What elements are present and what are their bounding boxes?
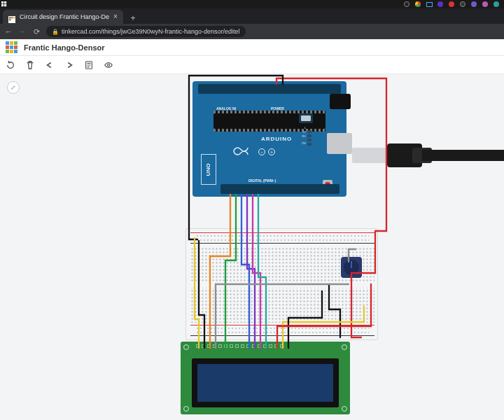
arduino-model-box: UNO xyxy=(201,154,216,185)
circuit-canvas[interactable]: ⤢ ANALOG IN POWER TX RX ON L ARDUINO UNO… xyxy=(0,74,504,420)
project-name[interactable]: Frantic Hango-Densor xyxy=(24,43,105,52)
tray-icon-unreal[interactable] xyxy=(403,1,410,8)
label-tx: TX xyxy=(302,130,306,134)
potentiometer-knob[interactable] xyxy=(344,260,359,275)
lock-icon: 🔒 xyxy=(52,29,59,35)
redo-icon[interactable] xyxy=(64,60,74,70)
notes-icon[interactable] xyxy=(84,60,94,70)
tray-icon-monitor[interactable] xyxy=(426,1,433,8)
delete-icon[interactable] xyxy=(25,60,35,70)
start-button[interactable] xyxy=(0,0,8,8)
barrel-jack xyxy=(330,94,351,109)
lcd-mount-hole xyxy=(342,406,347,412)
arduino-uno[interactable]: ANALOG IN POWER TX RX ON L ARDUINO UNO −… xyxy=(192,81,346,197)
svg-rect-0 xyxy=(1,1,4,4)
lcd-mount-hole xyxy=(342,344,347,350)
tab-title: Circuit design Frantic Hango-De xyxy=(20,13,109,20)
svg-rect-2 xyxy=(1,4,4,6)
new-tab-button[interactable]: + xyxy=(127,13,139,24)
breadboard-bottom-rail[interactable] xyxy=(190,324,374,337)
visibility-icon[interactable] xyxy=(104,60,113,70)
usb-cable[interactable] xyxy=(352,141,504,170)
tinkercad-app: Frantic Hango-Densor ⤢ ANALOG IN POWER xyxy=(0,39,504,420)
tinkercad-logo-icon[interactable] xyxy=(6,41,18,54)
breadboard[interactable] xyxy=(186,228,378,340)
arduino-polarity-icon: −+ xyxy=(258,148,275,155)
usb-port xyxy=(327,133,352,154)
tab-close-icon[interactable]: × xyxy=(113,13,118,20)
tray-icon-app1[interactable] xyxy=(459,1,466,8)
arduino-model: UNO xyxy=(206,163,212,176)
url-text: tinkercad.com/things/jwGe39N0wyN-frantic… xyxy=(62,28,240,35)
undo-icon[interactable] xyxy=(45,60,55,70)
browser-tabstrip: Circuit design Frantic Hango-De × + xyxy=(0,8,504,24)
arduino-top-header[interactable] xyxy=(198,84,341,94)
svg-rect-12 xyxy=(6,46,9,49)
lcd-16x2[interactable] xyxy=(181,342,350,414)
back-icon[interactable]: ← xyxy=(4,27,13,36)
lcd-mount-hole xyxy=(183,344,189,350)
svg-rect-13 xyxy=(10,46,13,49)
svg-rect-7 xyxy=(13,17,15,19)
tray-icon-app4[interactable] xyxy=(493,1,500,8)
svg-rect-3 xyxy=(4,4,6,6)
arduino-infinity-icon xyxy=(232,146,255,157)
breadboard-center-gap xyxy=(190,282,374,288)
rotate-icon[interactable] xyxy=(6,60,15,70)
lcd-screen xyxy=(197,364,333,402)
tray-icon-app3[interactable] xyxy=(482,1,489,8)
svg-rect-16 xyxy=(10,50,13,53)
usb-plug-metal xyxy=(352,148,387,163)
tray-icon-chrome[interactable] xyxy=(414,1,421,8)
svg-rect-1 xyxy=(4,1,6,4)
browser-tab-active[interactable]: Circuit design Frantic Hango-De × xyxy=(3,10,123,24)
svg-rect-11 xyxy=(14,41,18,45)
label-l: L xyxy=(304,126,306,130)
usb-cord xyxy=(422,150,504,161)
editor-toolbar xyxy=(0,56,504,74)
tray-icon-app2[interactable] xyxy=(470,1,477,8)
lcd-mount-hole xyxy=(183,406,189,412)
tray-icon-vscode[interactable] xyxy=(437,1,444,8)
svg-rect-6 xyxy=(11,17,13,19)
svg-point-19 xyxy=(107,64,109,66)
app-header: Frantic Hango-Densor xyxy=(0,39,504,56)
voltage-regulator xyxy=(299,113,313,123)
address-bar[interactable]: 🔒 tinkercad.com/things/jwGe39N0wyN-frant… xyxy=(46,26,246,37)
os-taskbar xyxy=(0,0,504,8)
svg-rect-8 xyxy=(9,19,11,21)
tray-icon-record[interactable] xyxy=(448,1,455,8)
lcd-pin-header[interactable] xyxy=(196,344,284,348)
svg-rect-15 xyxy=(6,50,9,53)
browser-toolbar: ← → ⟳ 🔒 tinkercad.com/things/jwGe39N0wyN… xyxy=(0,24,504,39)
svg-rect-17 xyxy=(14,50,18,53)
system-tray xyxy=(403,1,504,8)
reload-icon[interactable]: ⟳ xyxy=(32,27,41,36)
label-digital: DIGITAL (PWM~) xyxy=(248,178,276,183)
svg-rect-10 xyxy=(10,41,13,45)
lcd-bezel xyxy=(192,358,339,407)
breadboard-top-rail[interactable] xyxy=(190,232,374,244)
svg-rect-9 xyxy=(6,41,9,45)
zoom-fit-button[interactable]: ⤢ xyxy=(7,81,20,94)
label-rx: RX xyxy=(302,134,306,138)
label-on: ON xyxy=(302,141,306,145)
arduino-brand: ARDUINO xyxy=(261,136,292,142)
svg-rect-14 xyxy=(14,46,18,49)
forward-icon[interactable]: → xyxy=(18,27,27,36)
tinkercad-favicon-icon xyxy=(8,13,15,20)
status-leds xyxy=(307,130,312,151)
arduino-bottom-header[interactable] xyxy=(220,184,340,194)
potentiometer[interactable] xyxy=(341,257,362,278)
svg-rect-5 xyxy=(9,17,11,19)
